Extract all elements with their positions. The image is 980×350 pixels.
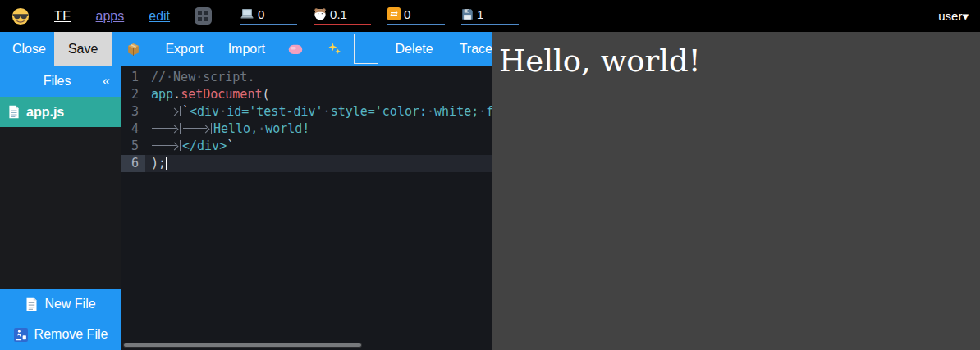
cpu-counter-field[interactable]: 0 <box>240 7 297 25</box>
text-cursor <box>166 157 167 170</box>
user-menu[interactable]: user▾ <box>938 9 969 24</box>
tab-whitespace-marker <box>182 123 212 134</box>
code-line[interactable]: 4Hello,·world! <box>121 120 492 138</box>
code-line[interactable]: 2app.setDocument( <box>121 86 492 103</box>
close-button[interactable]: Close <box>12 42 46 57</box>
line-number: 6 <box>121 155 145 172</box>
top-bar: TF apps edit 0 0.1 0 <box>0 0 980 32</box>
line-number: 1 <box>121 69 145 86</box>
files-header: Files « <box>0 66 121 97</box>
code-editor[interactable]: 1//·New·script.2app.setDocument(3`<div·i… <box>121 66 492 350</box>
sparkles-icon[interactable] <box>327 42 341 56</box>
nav-link-apps[interactable]: apps <box>96 9 125 24</box>
hamster-icon <box>314 7 327 20</box>
floppy-disk-icon <box>461 8 474 20</box>
delete-button[interactable]: Delete <box>395 42 433 57</box>
soap-icon[interactable] <box>288 43 303 55</box>
code-line[interactable]: 5</div>` <box>121 138 492 155</box>
laptop-icon <box>240 7 254 20</box>
hamster-counter-value: 0.1 <box>330 7 347 21</box>
line-number: 4 <box>121 120 145 138</box>
hscrollbar-thumb[interactable] <box>123 343 362 348</box>
collapse-sidebar-icon[interactable]: « <box>103 74 110 89</box>
trace-button[interactable]: Trace <box>460 42 492 57</box>
dice-grid-icon[interactable] <box>195 7 212 25</box>
line-number: 5 <box>121 138 145 155</box>
cpu-counter-value: 0 <box>258 7 264 21</box>
code-line[interactable]: 6); <box>121 155 492 172</box>
editor-toolbar: Close Save Export Import Delete Trace <box>0 32 492 66</box>
files-title: Files <box>11 74 103 89</box>
import-button[interactable]: Import <box>228 42 265 57</box>
litter-bin-icon <box>14 328 28 342</box>
export-button[interactable]: Export <box>165 42 203 57</box>
sidebar-filler <box>0 127 121 289</box>
tab-whitespace-marker <box>151 140 181 151</box>
line-number: 2 <box>121 86 145 103</box>
line-number: 3 <box>121 103 145 120</box>
remove-file-label: Remove File <box>34 327 108 342</box>
remove-file-button[interactable]: Remove File <box>0 319 121 350</box>
empty-button[interactable] <box>354 34 378 64</box>
nav-link-edit[interactable]: edit <box>149 9 170 24</box>
file-icon <box>8 105 20 119</box>
repeat-counter-field[interactable]: 0 <box>387 7 445 25</box>
package-icon[interactable] <box>126 42 140 56</box>
tab-whitespace-marker <box>151 123 181 134</box>
sunglasses-face-icon[interactable] <box>11 7 30 25</box>
code-line[interactable]: 1//·New·script. <box>121 69 492 86</box>
preview-text: Hello, world! <box>499 43 980 79</box>
save-counter-value: 1 <box>477 7 483 21</box>
preview-panel: Hello, world! <box>492 32 980 350</box>
repeat-icon <box>387 7 401 20</box>
save-counter-field[interactable]: 1 <box>461 7 519 25</box>
file-item-appjs[interactable]: app.js <box>0 97 121 127</box>
horizontal-scrollbar <box>123 343 491 348</box>
new-file-icon <box>25 297 38 311</box>
hamster-counter-field[interactable]: 0.1 <box>314 7 371 25</box>
files-sidebar: Files « app.js New File <box>0 66 121 350</box>
code-lines: 1//·New·script.2app.setDocument(3`<div·i… <box>121 69 492 172</box>
file-name: app.js <box>26 105 64 120</box>
new-file-label: New File <box>44 297 95 311</box>
brand-title[interactable]: TF <box>54 9 71 24</box>
repeat-counter-value: 0 <box>404 7 410 21</box>
tab-whitespace-marker <box>151 106 181 116</box>
save-button[interactable]: Save <box>54 32 112 66</box>
code-line[interactable]: 3`<div·id='test-div'·style='color:·white… <box>121 103 492 120</box>
new-file-button[interactable]: New File <box>0 289 121 319</box>
